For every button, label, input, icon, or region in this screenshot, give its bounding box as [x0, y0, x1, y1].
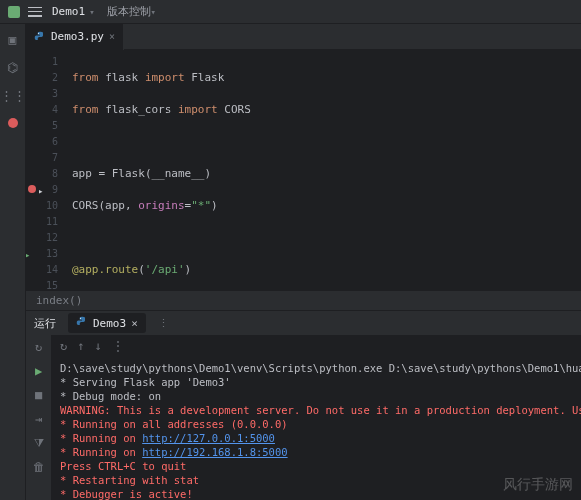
run-toolbar: ↻ ▶ ■ ⇥ ⧩ 🗑 — [26, 335, 52, 500]
chevron-down-icon[interactable]: ▾ — [151, 7, 156, 17]
run-config-tab[interactable]: Demo3 × — [68, 313, 146, 333]
scroll-up-icon[interactable]: ↑ — [77, 339, 84, 353]
console-line: * Restarting with stat — [60, 473, 573, 487]
svg-point-0 — [38, 32, 39, 33]
breakpoint-icon[interactable] — [4, 114, 22, 132]
run-panel: 运行 Demo3 × ⋮ ↻ ▶ ■ ⇥ ⧩ 🗑 — [26, 310, 581, 500]
console-line: * Debugger is active! — [60, 487, 573, 500]
line-number: 12 — [26, 230, 58, 246]
titlebar: Demo1 ▾ 版本控制 ▾ — [0, 0, 581, 24]
code-editor[interactable]: 1 2 3 4 5 6 7 8 ▸9 10 11 12 ▶13 14 15 fr… — [26, 50, 581, 290]
bookmarks-icon[interactable]: ⋮⋮ — [4, 86, 22, 104]
line-number: ▶13 — [26, 246, 58, 262]
more-icon[interactable]: ⋮ — [158, 317, 169, 330]
console-line: * Debug mode: on — [60, 389, 573, 403]
console-line: * Running on all addresses (0.0.0.0) — [60, 417, 573, 431]
scroll-down-icon[interactable]: ↓ — [94, 339, 101, 353]
more-icon[interactable]: ⋮ — [112, 339, 124, 353]
line-number: 2 — [26, 70, 58, 86]
rerun-icon[interactable]: ↻ — [60, 339, 67, 353]
line-number: 1 — [26, 54, 58, 70]
project-name[interactable]: Demo1 — [52, 5, 85, 18]
line-number: 7 — [26, 150, 58, 166]
line-number: 10 — [26, 198, 58, 214]
tab-filename: Demo3.py — [51, 30, 104, 43]
delete-icon[interactable]: 🗑 — [31, 459, 47, 475]
folder-icon[interactable]: ▣ — [4, 30, 22, 48]
filter-icon[interactable]: ⧩ — [31, 435, 47, 451]
run-label[interactable]: 运行 — [34, 316, 56, 331]
url-link[interactable]: http://127.0.0.1:5000 — [142, 432, 275, 444]
restart-icon[interactable]: ↻ — [31, 339, 47, 355]
console-line: Press CTRL+C to quit — [60, 459, 573, 473]
code-area[interactable]: from flask import Flask from flask_cors … — [64, 50, 581, 290]
version-control-label[interactable]: 版本控制 — [107, 4, 151, 19]
url-link[interactable]: http://192.168.1.8:5000 — [142, 446, 287, 458]
line-number: ▸9 — [26, 182, 58, 198]
line-number: 8 — [26, 166, 58, 182]
chevron-down-icon[interactable]: ▾ — [89, 7, 94, 17]
line-number: 5 — [26, 118, 58, 134]
editor-tab[interactable]: Demo3.py × — [26, 24, 124, 50]
run-config-name: Demo3 — [93, 317, 126, 330]
tool-sidebar: ▣ ⌬ ⋮⋮ — [0, 24, 26, 500]
console-line: WARNING: This is a development server. D… — [60, 403, 573, 417]
breadcrumb[interactable]: index() — [26, 290, 581, 310]
close-icon[interactable]: × — [109, 31, 115, 42]
console-toolbar: ↻ ↑ ↓ ⋮ — [52, 335, 581, 357]
close-icon[interactable]: × — [131, 317, 138, 330]
console-line: D:\save\study\pythons\Demo1\venv\Scripts… — [60, 361, 573, 375]
execution-arrow-icon: ▸ — [38, 183, 43, 199]
run-icon[interactable]: ▶ — [31, 363, 47, 379]
app-icon — [8, 6, 20, 18]
breadcrumb-item[interactable]: index() — [36, 294, 82, 307]
editor-tabs: Demo3.py × — [26, 24, 581, 50]
structure-icon[interactable]: ⌬ — [4, 58, 22, 76]
menu-icon[interactable] — [28, 7, 42, 17]
svg-point-1 — [80, 317, 81, 318]
line-number: 11 — [26, 214, 58, 230]
step-icon[interactable]: ⇥ — [31, 411, 47, 427]
line-number: 6 — [26, 134, 58, 150]
console-line: * Running on http://127.0.0.1:5000 — [60, 431, 573, 445]
python-file-icon — [34, 31, 46, 43]
console-line: * Serving Flask app 'Demo3' — [60, 375, 573, 389]
console-line: * Running on http://192.168.1.8:5000 — [60, 445, 573, 459]
stop-icon[interactable]: ■ — [31, 387, 47, 403]
line-number: 14 — [26, 262, 58, 278]
breakpoint-marker-icon[interactable] — [28, 185, 36, 193]
run-gutter-icon[interactable]: ▶ — [26, 247, 29, 263]
python-file-icon — [76, 316, 88, 331]
console-output[interactable]: D:\save\study\pythons\Demo1\venv\Scripts… — [52, 357, 581, 500]
run-panel-header: 运行 Demo3 × ⋮ — [26, 311, 581, 335]
line-number: 4 — [26, 102, 58, 118]
line-number: 3 — [26, 86, 58, 102]
line-number: 15 — [26, 278, 58, 290]
gutter: 1 2 3 4 5 6 7 8 ▸9 10 11 12 ▶13 14 15 — [26, 50, 64, 290]
